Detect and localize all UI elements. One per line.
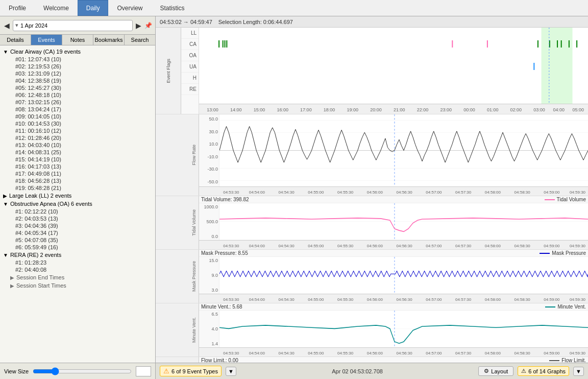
svg-text:04:56:00: 04:56:00 bbox=[367, 297, 383, 302]
list-item[interactable]: #16: 04:17:03 (13) bbox=[0, 163, 155, 170]
pin-button[interactable]: 📌 bbox=[144, 22, 152, 29]
session-end-times[interactable]: ▶ Session End Times bbox=[0, 273, 155, 281]
view-size-bar: View Size bbox=[0, 363, 155, 379]
events-tab[interactable]: Events bbox=[31, 35, 62, 45]
svg-text:04:59:30: 04:59:30 bbox=[570, 244, 586, 248]
details-tab[interactable]: Details bbox=[0, 35, 31, 45]
list-item[interactable]: #14: 04:08:31 (25) bbox=[0, 149, 155, 156]
group-clear-airway-label: Clear Airway (CA) 19 events bbox=[10, 49, 81, 55]
svg-text:17:00: 17:00 bbox=[300, 107, 312, 112]
tidal-volume-svg bbox=[219, 203, 588, 240]
minute-vent-title-bar: Minute Vent.: 5.68 Minute Vent. bbox=[199, 303, 588, 311]
events-warning: ⚠ 6 of 9 Event Types bbox=[160, 366, 222, 376]
list-item[interactable]: #17: 04:49:08 (11) bbox=[0, 170, 155, 177]
list-item[interactable]: #13: 04:03:40 (10) bbox=[0, 141, 155, 149]
search-tab[interactable]: Search bbox=[125, 35, 155, 45]
date-selector[interactable]: ▾ 1 Apr 2024 bbox=[13, 20, 133, 31]
list-item[interactable]: #4: 04:05:34 (17) bbox=[0, 229, 155, 236]
svg-text:04:56:00: 04:56:00 bbox=[367, 244, 383, 248]
list-item[interactable]: #04: 12:38:58 (19) bbox=[0, 77, 155, 84]
notes-tab[interactable]: Notes bbox=[62, 35, 93, 45]
list-item[interactable]: #07: 13:02:15 (26) bbox=[0, 99, 155, 106]
list-item[interactable]: #10: 00:14:53 (30) bbox=[0, 120, 155, 127]
collapse-arrow-icon: ▼ bbox=[3, 201, 8, 207]
tab-statistics[interactable]: Statistics bbox=[152, 0, 193, 16]
layout-button[interactable]: ⚙ Layout bbox=[478, 366, 513, 376]
group-large-leak: ▶ Large Leak (LL) 2 events bbox=[0, 192, 155, 200]
flow-rate-x-axis-svg: 04:53:30 04:54:00 04:54:30 04:55:00 04:5… bbox=[219, 187, 588, 196]
graphs-dropdown-button[interactable]: ▼ bbox=[573, 367, 584, 376]
svg-text:04:54:30: 04:54:30 bbox=[279, 190, 295, 195]
svg-text:04:55:00: 04:55:00 bbox=[308, 244, 324, 248]
session-start-times[interactable]: ▶ Session Start Times bbox=[0, 281, 155, 290]
selection-length: Selection Length: 0:06:44.697 bbox=[218, 19, 293, 25]
svg-text:04:58:30: 04:58:30 bbox=[514, 190, 531, 195]
svg-text:20:00: 20:00 bbox=[370, 107, 382, 112]
view-size-label: View Size bbox=[4, 368, 29, 374]
view-size-slider[interactable] bbox=[33, 367, 132, 375]
minute-vent-content: Minute Vent.: 5.68 Minute Vent. 6.5 4.0 … bbox=[199, 303, 588, 357]
svg-text:04:53:30: 04:53:30 bbox=[223, 244, 239, 248]
tab-welcome[interactable]: Welcome bbox=[35, 0, 78, 16]
tab-daily[interactable]: Daily bbox=[78, 0, 109, 16]
list-item[interactable]: #5: 04:07:08 (35) bbox=[0, 236, 155, 244]
event-flags-label: Event Flags bbox=[166, 59, 171, 83]
list-item[interactable]: #1: 01:28:23 bbox=[0, 259, 155, 266]
group-rera-label: RERA (RE) 2 events bbox=[10, 252, 61, 258]
list-item[interactable]: #12: 01:28:46 (20) bbox=[0, 134, 155, 141]
tidal-volume-chart bbox=[219, 203, 588, 240]
mask-pressure-title: Mask Pressure: 8.55 bbox=[201, 250, 248, 256]
svg-text:04:54:00: 04:54:00 bbox=[249, 297, 265, 302]
prev-date-button[interactable]: ◀ bbox=[3, 21, 11, 30]
group-clear-airway-header[interactable]: ▼ Clear Airway (CA) 19 events bbox=[0, 48, 155, 56]
time-axis-svg: 13:00 14:00 15:00 16:00 17:00 18:00 19:0… bbox=[199, 104, 588, 114]
view-size-input[interactable] bbox=[136, 366, 151, 376]
mask-pressure-x-axis: 04:53:30 04:54:00 04:54:30 04:55:00 04:5… bbox=[199, 294, 588, 303]
list-item[interactable]: #19: 05:48:28 (21) bbox=[0, 184, 155, 192]
bookmarks-tab[interactable]: Bookmarks bbox=[93, 35, 125, 45]
list-item[interactable]: #11: 00:16:10 (12) bbox=[0, 127, 155, 134]
tidal-volume-label: Tidal Volume bbox=[191, 209, 197, 236]
tab-profile[interactable]: Profile bbox=[0, 0, 35, 16]
next-date-button[interactable]: ▶ bbox=[135, 21, 142, 30]
svg-text:04:55:00: 04:55:00 bbox=[308, 297, 324, 302]
session-end-label: Session End Times bbox=[16, 274, 64, 280]
list-item[interactable]: #15: 04:14:19 (10) bbox=[0, 156, 155, 163]
svg-text:04:55:30: 04:55:30 bbox=[337, 351, 354, 356]
svg-text:18:00: 18:00 bbox=[324, 107, 335, 112]
current-date: 1 Apr 2024 bbox=[20, 22, 47, 29]
list-item[interactable]: #09: 00:14:05 (10) bbox=[0, 113, 155, 120]
flag-label-oa: OA bbox=[181, 50, 199, 61]
graphs-warning-text: 6 of 14 Graphs bbox=[528, 368, 566, 374]
group-rera-header[interactable]: ▼ RERA (RE) 2 events bbox=[0, 251, 155, 259]
tab-overview[interactable]: Overview bbox=[108, 0, 151, 16]
group-rera: ▼ RERA (RE) 2 events #1: 01:28:23 #2: 04… bbox=[0, 251, 155, 273]
list-item[interactable]: #18: 04:56:28 (13) bbox=[0, 177, 155, 184]
list-item[interactable]: #2: 04:03:53 (13) bbox=[0, 215, 155, 222]
list-item[interactable]: #3: 04:04:36 (39) bbox=[0, 222, 155, 229]
svg-text:04:53:30: 04:53:30 bbox=[223, 297, 239, 302]
svg-text:14:00: 14:00 bbox=[230, 107, 242, 112]
timestamp-text: Apr 02 04:53:02.708 bbox=[332, 368, 383, 374]
svg-text:04:55:00: 04:55:00 bbox=[308, 190, 324, 195]
svg-text:13:00: 13:00 bbox=[207, 107, 218, 112]
list-item[interactable]: #06: 12:48:18 (10) bbox=[0, 91, 155, 99]
list-item[interactable]: #02: 12:19:53 (26) bbox=[0, 63, 155, 70]
expand-arrow-icon: ▶ bbox=[10, 275, 14, 280]
svg-text:04:54:00: 04:54:00 bbox=[249, 351, 265, 356]
list-item[interactable]: #03: 12:31:09 (12) bbox=[0, 70, 155, 77]
list-item[interactable]: #6: 05:59:49 (16) bbox=[0, 244, 155, 251]
list-item[interactable]: #08: 13:04:24 (17) bbox=[0, 106, 155, 113]
graphs-warning: ⚠ 6 of 14 Graphs bbox=[518, 366, 569, 376]
list-item[interactable]: #2: 04:40:08 bbox=[0, 266, 155, 273]
list-item[interactable]: #1: 02:12:22 (10) bbox=[0, 208, 155, 215]
list-item[interactable]: #01: 12:07:43 (10) bbox=[0, 56, 155, 63]
svg-text:21:00: 21:00 bbox=[394, 107, 405, 112]
group-oa-label: Obstructive Apnea (OA) 6 events bbox=[10, 201, 92, 207]
list-item[interactable]: #05: 12:45:27 (30) bbox=[0, 84, 155, 91]
chart-area[interactable]: 04:53:02 → 04:59:47 Selection Length: 0:… bbox=[156, 16, 588, 363]
warning-icon: ⚠ bbox=[521, 368, 526, 374]
group-obstructive-apnea-header[interactable]: ▼ Obstructive Apnea (OA) 6 events bbox=[0, 200, 155, 208]
events-dropdown-button[interactable]: ▼ bbox=[226, 367, 236, 376]
group-large-leak-header[interactable]: ▶ Large Leak (LL) 2 events bbox=[0, 192, 155, 200]
